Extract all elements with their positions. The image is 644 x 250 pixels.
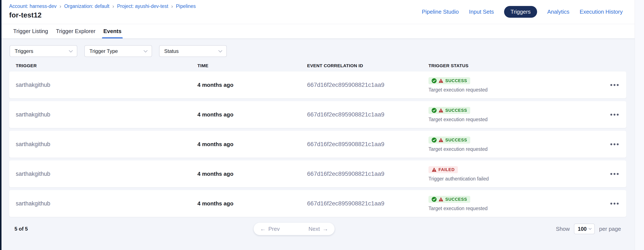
- page-size-control: Show 100 per page: [556, 223, 621, 234]
- status-message: Target execution requested: [428, 87, 488, 93]
- tab[interactable]: Events: [103, 24, 122, 38]
- event-correlation-id: 667d16f2ec895908821c1aa9: [307, 141, 428, 148]
- table-row: sarthakgithub 4 months ago 667d16f2ec895…: [9, 101, 626, 128]
- trigger-status-cell: SUCCESS Target execution requested: [428, 107, 605, 122]
- status-badge: SUCCESS: [428, 196, 470, 203]
- status-message: Target execution requested: [428, 146, 488, 152]
- events-content: Triggers Trigger Type Status TRIGGER: [2, 39, 644, 235]
- more-options-icon[interactable]: [609, 82, 620, 88]
- trigger-name: sarthakgithub: [16, 171, 198, 177]
- status-badge: SUCCESS: [428, 107, 470, 114]
- more-options-icon[interactable]: [609, 111, 620, 118]
- per-page-label: per page: [599, 226, 621, 232]
- prev-label: Prev: [268, 226, 280, 232]
- breadcrumb-item: Project: ayushi-dev-test ›: [117, 4, 173, 9]
- page: Account: harness-dev › Organization: def…: [0, 0, 644, 250]
- breadcrumb-item: Pipelines ›: [176, 4, 196, 9]
- filter-bar: Triggers Trigger Type Status: [10, 45, 636, 57]
- event-time: 4 months ago: [198, 141, 307, 148]
- status-badge: SUCCESS: [428, 77, 470, 84]
- filter-dropdown[interactable]: Trigger Type: [84, 45, 152, 57]
- row-count: 5 of 5: [14, 226, 28, 232]
- status-badge: FAILED: [428, 166, 458, 173]
- page-size-value: 100: [578, 226, 587, 232]
- column-header-trigger-status: TRIGGER STATUS: [428, 63, 614, 68]
- event-correlation-id: 667d16f2ec895908821c1aa9: [307, 200, 428, 207]
- nav-link[interactable]: Triggers: [504, 6, 537, 18]
- warning-triangle-icon: [438, 78, 444, 83]
- tab[interactable]: Trigger Explorer: [56, 24, 96, 38]
- warning-triangle-icon: [438, 138, 444, 143]
- pagination: ← Prev 1 Next →: [254, 223, 334, 235]
- breadcrumb-link[interactable]: Account: harness-dev: [9, 4, 56, 9]
- tab[interactable]: Trigger Listing: [13, 24, 48, 38]
- nav-link[interactable]: Input Sets: [469, 6, 494, 18]
- filter-dropdown[interactable]: Triggers: [10, 45, 77, 57]
- filter-label: Status: [164, 48, 179, 54]
- left-nav-edge: [0, 0, 2, 250]
- status-badge-label: SUCCESS: [445, 138, 467, 143]
- chevron-down-icon: [69, 48, 72, 52]
- event-correlation-id: 667d16f2ec895908821c1aa9: [307, 170, 428, 177]
- tab-bar: Trigger Listing Trigger Explorer Events: [2, 24, 644, 39]
- row-menu-cell: [605, 82, 620, 88]
- breadcrumb-separator-icon: ›: [171, 4, 173, 9]
- trigger-status-cell: SUCCESS Target execution requested: [428, 137, 605, 152]
- status-message: Target execution requested: [428, 206, 488, 211]
- table-row: sarthakgithub 4 months ago 667d16f2ec895…: [9, 131, 626, 158]
- nav-link[interactable]: Execution History: [580, 6, 623, 18]
- event-time: 4 months ago: [198, 111, 307, 118]
- more-options-icon[interactable]: [609, 141, 620, 147]
- column-header-event-correlation-id: EVENT CORRELATION ID: [307, 63, 428, 68]
- status-badge-label: SUCCESS: [445, 78, 467, 83]
- filter-dropdown[interactable]: Status: [159, 45, 227, 57]
- event-time: 4 months ago: [198, 82, 307, 88]
- warning-triangle-icon: [432, 167, 436, 172]
- page-size-dropdown[interactable]: 100: [574, 223, 595, 234]
- breadcrumb-separator-icon: ›: [60, 4, 61, 9]
- filter-label: Trigger Type: [90, 48, 118, 54]
- trigger-status-cell: FAILED Trigger authentication failed: [428, 166, 605, 182]
- more-options-icon[interactable]: [609, 171, 620, 177]
- breadcrumb-item: Organization: default ›: [64, 4, 114, 9]
- status-badge-label: SUCCESS: [445, 108, 467, 113]
- trigger-status-cell: SUCCESS Target execution requested: [428, 77, 605, 93]
- check-circle-icon: [432, 78, 436, 83]
- next-page-button[interactable]: Next →: [302, 223, 334, 235]
- trigger-name: sarthakgithub: [16, 111, 198, 118]
- breadcrumb-link[interactable]: Pipelines: [176, 4, 196, 9]
- warning-triangle-icon: [438, 108, 444, 113]
- status-badge: SUCCESS: [428, 137, 470, 144]
- events-list: sarthakgithub 4 months ago 667d16f2ec895…: [9, 71, 636, 217]
- filter-label: Triggers: [15, 48, 33, 54]
- nav-link[interactable]: Analytics: [547, 6, 570, 18]
- pipeline-nav: Pipeline Studio Input Sets Triggers Anal…: [422, 6, 623, 18]
- table-row: sarthakgithub 4 months ago 667d16f2ec895…: [9, 190, 626, 217]
- breadcrumb-link[interactable]: Project: ayushi-dev-test: [117, 4, 168, 9]
- main-area: Account: harness-dev › Organization: def…: [2, 0, 644, 250]
- check-circle-icon: [432, 138, 436, 143]
- row-menu-cell: [605, 111, 620, 118]
- status-message: Target execution requested: [428, 117, 488, 122]
- page-1-button[interactable]: 1: [286, 223, 302, 235]
- table-header: TRIGGER TIME EVENT CORRELATION ID TRIGGE…: [9, 63, 636, 69]
- trigger-name: sarthakgithub: [16, 141, 198, 148]
- breadcrumb-item: Account: harness-dev ›: [9, 4, 61, 9]
- trigger-name: sarthakgithub: [16, 82, 198, 88]
- event-correlation-id: 667d16f2ec895908821c1aa9: [307, 111, 428, 118]
- status-badge-label: SUCCESS: [445, 197, 467, 202]
- breadcrumb-link[interactable]: Organization: default: [64, 4, 109, 9]
- chevron-down-icon: [218, 48, 222, 52]
- column-header-time: TIME: [198, 63, 307, 68]
- column-header-trigger: TRIGGER: [16, 63, 198, 68]
- nav-link[interactable]: Pipeline Studio: [422, 6, 459, 18]
- breadcrumb-separator-icon: ›: [112, 4, 114, 9]
- table-row: sarthakgithub 4 months ago 667d16f2ec895…: [9, 160, 626, 187]
- prev-page-button[interactable]: ← Prev: [254, 223, 286, 235]
- check-circle-icon: [432, 108, 436, 113]
- status-message: Trigger authentication failed: [428, 176, 489, 182]
- row-menu-cell: [605, 171, 620, 177]
- more-options-icon[interactable]: [609, 200, 620, 207]
- right-gutter: [635, 0, 644, 250]
- row-menu-cell: [605, 141, 620, 147]
